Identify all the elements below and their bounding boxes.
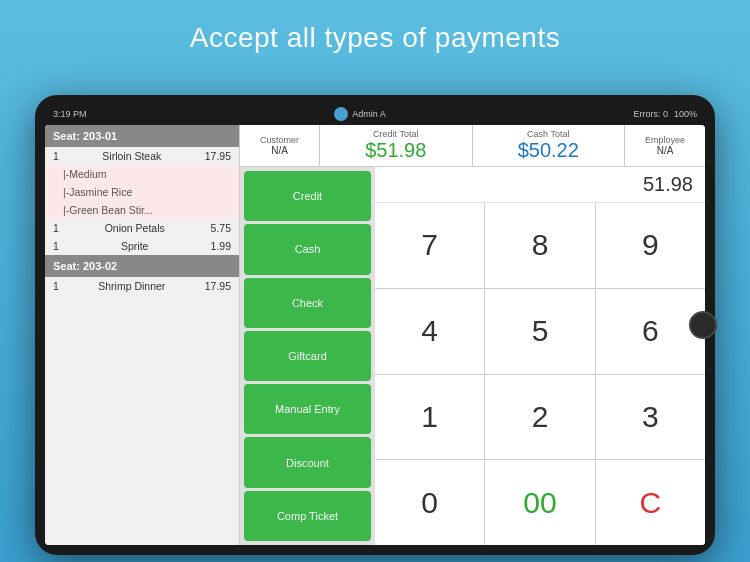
item-qty: 1 bbox=[53, 150, 59, 162]
status-time: 3:19 PM bbox=[53, 109, 87, 119]
key-9[interactable]: 9 bbox=[596, 203, 705, 288]
item-qty: 1 bbox=[53, 222, 59, 234]
key-00[interactable]: 00 bbox=[485, 460, 594, 545]
item-name: Shrimp Dinner bbox=[98, 280, 165, 292]
payment-body: Credit Cash Check Giftcard Manual Entry … bbox=[240, 167, 705, 545]
employee-label: Employee bbox=[645, 135, 685, 145]
credit-button[interactable]: Credit bbox=[244, 171, 371, 221]
numpad: 51.98 7 8 9 4 5 6 1 2 3 0 00 C bbox=[375, 167, 705, 545]
key-2[interactable]: 2 bbox=[485, 375, 594, 460]
order-row: 1 Onion Petals 5.75 bbox=[45, 219, 239, 237]
item-name: Sirloin Steak bbox=[102, 150, 161, 162]
home-button[interactable] bbox=[689, 311, 717, 339]
item-price: 17.95 bbox=[205, 280, 231, 292]
key-5[interactable]: 5 bbox=[485, 289, 594, 374]
order-row: |-Jasmine Rice bbox=[45, 183, 239, 201]
seat2-header: Seat: 203-02 bbox=[45, 255, 239, 277]
page-title: Accept all types of payments bbox=[0, 0, 750, 68]
discount-button[interactable]: Discount bbox=[244, 437, 371, 487]
order-row: 1 Sprite 1.99 bbox=[45, 237, 239, 255]
status-bar: 3:19 PM Admin A Errors: 0 100% bbox=[45, 107, 705, 125]
key-3[interactable]: 3 bbox=[596, 375, 705, 460]
manual-entry-button[interactable]: Manual Entry bbox=[244, 384, 371, 434]
totals-header: Customer N/A Credit Total $51.98 Cash To… bbox=[240, 125, 705, 167]
comp-ticket-button[interactable]: Comp Ticket bbox=[244, 491, 371, 541]
battery: 100% bbox=[674, 109, 697, 119]
item-qty: 1 bbox=[53, 280, 59, 292]
item-name: Sprite bbox=[121, 240, 148, 252]
status-right: Errors: 0 100% bbox=[633, 109, 697, 119]
credit-cell: Credit Total $51.98 bbox=[320, 125, 473, 166]
cash-cell: Cash Total $50.22 bbox=[473, 125, 626, 166]
status-center: Admin A bbox=[334, 107, 386, 121]
key-clear[interactable]: C bbox=[596, 460, 705, 545]
item-price: 5.75 bbox=[211, 222, 231, 234]
tablet-device: 3:19 PM Admin A Errors: 0 100% Seat: 203… bbox=[35, 95, 715, 555]
customer-value: N/A bbox=[271, 145, 288, 156]
customer-label: Customer bbox=[260, 135, 299, 145]
check-button[interactable]: Check bbox=[244, 278, 371, 328]
key-4[interactable]: 4 bbox=[375, 289, 484, 374]
key-6[interactable]: 6 bbox=[596, 289, 705, 374]
item-qty: 1 bbox=[53, 240, 59, 252]
item-name: Onion Petals bbox=[105, 222, 165, 234]
item-name: |-Medium bbox=[63, 168, 107, 180]
item-price: 17.95 bbox=[205, 150, 231, 162]
credit-label: Credit Total bbox=[373, 129, 418, 139]
employee-cell: Employee N/A bbox=[625, 125, 705, 166]
order-row: |-Green Bean Stir... bbox=[45, 201, 239, 219]
pos-screen: Seat: 203-01 1 Sirloin Steak 17.95 |-Med… bbox=[45, 125, 705, 545]
admin-name: Admin A bbox=[352, 109, 386, 119]
cash-button[interactable]: Cash bbox=[244, 224, 371, 274]
order-row: 1 Sirloin Steak 17.95 bbox=[45, 147, 239, 165]
numpad-grid: 7 8 9 4 5 6 1 2 3 0 00 C bbox=[375, 203, 705, 545]
numpad-display: 51.98 bbox=[375, 167, 705, 203]
cash-label: Cash Total bbox=[527, 129, 569, 139]
cash-value: $50.22 bbox=[518, 139, 579, 162]
key-1[interactable]: 1 bbox=[375, 375, 484, 460]
status-left: 3:19 PM bbox=[53, 109, 87, 119]
key-0[interactable]: 0 bbox=[375, 460, 484, 545]
payment-area: Customer N/A Credit Total $51.98 Cash To… bbox=[240, 125, 705, 545]
item-name: |-Jasmine Rice bbox=[63, 186, 132, 198]
item-price: 1.99 bbox=[211, 240, 231, 252]
customer-cell: Customer N/A bbox=[240, 125, 320, 166]
employee-value: N/A bbox=[657, 145, 674, 156]
key-7[interactable]: 7 bbox=[375, 203, 484, 288]
error-count: Errors: 0 bbox=[633, 109, 668, 119]
item-name: |-Green Bean Stir... bbox=[63, 204, 153, 216]
seat1-header: Seat: 203-01 bbox=[45, 125, 239, 147]
giftcard-button[interactable]: Giftcard bbox=[244, 331, 371, 381]
order-row: 1 Shrimp Dinner 17.95 bbox=[45, 277, 239, 295]
order-row: |-Medium bbox=[45, 165, 239, 183]
credit-value: $51.98 bbox=[365, 139, 426, 162]
order-panel: Seat: 203-01 1 Sirloin Steak 17.95 |-Med… bbox=[45, 125, 240, 545]
admin-icon bbox=[334, 107, 348, 121]
key-8[interactable]: 8 bbox=[485, 203, 594, 288]
